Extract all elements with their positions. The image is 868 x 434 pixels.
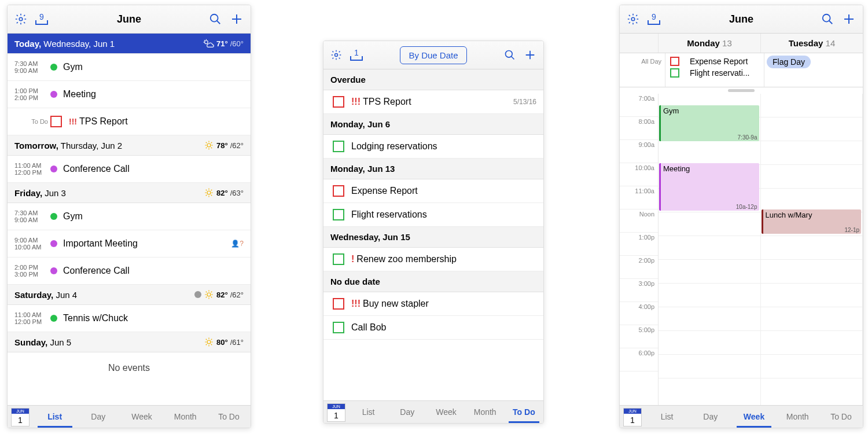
tab-day[interactable]: Day	[76, 406, 120, 428]
todo-row[interactable]: Call Bob	[323, 316, 543, 340]
tab-week[interactable]: Week	[120, 406, 163, 428]
svg-point-2	[205, 41, 208, 44]
day-header[interactable]: Today, Wednesday, Jun 171°/60°	[8, 34, 251, 54]
hour-label: 2:00p	[620, 256, 658, 279]
calendar-event[interactable]: Meeting10a-12p	[659, 163, 759, 211]
checkbox-icon[interactable]	[670, 68, 679, 78]
svg-point-6	[207, 340, 211, 344]
hour-label: 1:00p	[620, 233, 658, 256]
checkbox-icon[interactable]	[333, 141, 344, 152]
event-row[interactable]: 1:00 PM2:00 PMMeeting	[8, 81, 251, 108]
event-row[interactable]: 11:00 AM12:00 PMTennis w/Chuck	[8, 305, 251, 332]
day-header[interactable]: Tomorrow, Thursday, Jun 278°/62°	[8, 135, 251, 156]
tab-day[interactable]: Day	[689, 406, 732, 428]
svg-point-4	[207, 191, 211, 194]
add-icon[interactable]	[842, 12, 856, 26]
no-events-label: No events	[8, 352, 251, 384]
checkbox-icon[interactable]	[333, 209, 344, 220]
group-header: Overdue	[323, 69, 543, 90]
drag-handle-icon[interactable]	[728, 89, 755, 92]
tab-month[interactable]: Month	[164, 406, 207, 428]
todo-row[interactable]: Expense Report	[323, 179, 543, 203]
calendar-event[interactable]: Lunch w/Mary12-1p	[762, 209, 862, 234]
event-row[interactable]: 7:30 AM9:00 AMGym	[8, 54, 251, 81]
calendar-dot-icon	[50, 315, 57, 322]
invitee-icon: 👤?	[231, 240, 244, 248]
weekday-header[interactable]: Tuesday 14	[760, 34, 863, 53]
tab-day[interactable]: Day	[388, 401, 426, 423]
event-row[interactable]: 7:30 AM9:00 AMGym	[8, 203, 251, 230]
hour-label: 10:00a	[620, 163, 658, 186]
svg-point-9	[631, 17, 635, 21]
calendar-dot-icon	[50, 91, 57, 98]
todo-row[interactable]: Flight reservations	[323, 203, 543, 227]
calendar-dot-icon	[50, 240, 57, 247]
gear-icon[interactable]	[627, 13, 639, 25]
todo-row[interactable]: To Do!!!TPS Report	[8, 108, 251, 135]
tab-list[interactable]: List	[349, 401, 388, 423]
allday-todo[interactable]: Expense Report	[668, 56, 762, 67]
tab-month[interactable]: Month	[776, 406, 819, 428]
tab-list[interactable]: List	[33, 406, 76, 428]
allday-todo[interactable]: Flight reservati...	[668, 67, 762, 79]
event-row[interactable]: 2:00 PM3:00 PMConference Call	[8, 258, 251, 285]
today-icon[interactable]: JUN1	[623, 408, 642, 426]
inbox-icon[interactable]: 9	[35, 14, 48, 25]
gear-icon[interactable]	[330, 49, 342, 61]
today-icon[interactable]: JUN1	[327, 403, 345, 422]
svg-point-10	[823, 14, 830, 22]
calendar-dot-icon	[50, 64, 57, 71]
gear-icon[interactable]	[14, 13, 27, 25]
calendar-dot-icon	[50, 165, 57, 172]
search-icon[interactable]	[504, 49, 516, 61]
today-icon[interactable]: JUN1	[11, 408, 30, 426]
group-header: No due date	[323, 271, 543, 292]
tab-list[interactable]: List	[645, 406, 689, 428]
search-icon[interactable]	[821, 13, 834, 25]
checkbox-icon[interactable]	[333, 96, 344, 108]
todo-row[interactable]: !!! Buy new stapler	[323, 292, 543, 316]
inbox-icon[interactable]: 9	[648, 14, 660, 25]
checkbox-icon[interactable]	[333, 322, 344, 333]
add-icon[interactable]	[524, 49, 536, 61]
tab-month[interactable]: Month	[466, 401, 505, 423]
svg-point-5	[207, 293, 211, 296]
svg-point-3	[207, 144, 211, 147]
add-icon[interactable]	[230, 12, 244, 26]
tab-week[interactable]: Week	[732, 406, 775, 428]
group-header: Wednesday, Jun 15	[323, 227, 543, 248]
tab-todo[interactable]: To Do	[207, 406, 251, 428]
tab-week[interactable]: Week	[426, 401, 465, 423]
checkbox-icon[interactable]	[333, 298, 344, 310]
todo-row[interactable]: ! Renew zoo membership	[323, 248, 543, 271]
hour-label: 5:00p	[620, 325, 658, 348]
checkbox-icon[interactable]	[50, 116, 62, 127]
event-row[interactable]: 11:00 AM12:00 PMConference Call	[8, 156, 251, 183]
svg-point-0	[19, 17, 23, 21]
day-header[interactable]: Friday, Jun 382°/63°	[8, 183, 251, 203]
weekday-header[interactable]: Monday 13	[658, 34, 760, 53]
hour-label: Noon	[620, 209, 658, 233]
inbox-icon[interactable]: 1	[350, 50, 363, 61]
day-header[interactable]: Saturday, Jun 4 82°/62°	[8, 285, 251, 305]
todo-row[interactable]: Lodging reservations	[323, 135, 543, 159]
hour-label: 8:00a	[620, 117, 658, 140]
todo-row[interactable]: !!! TPS Report5/13/16	[323, 90, 543, 114]
tab-todo[interactable]: To Do	[505, 401, 543, 423]
tab-todo[interactable]: To Do	[819, 406, 863, 428]
calendar-event[interactable]: Gym7:30-9a	[659, 105, 759, 141]
sort-button[interactable]: By Due Date	[400, 46, 466, 64]
checkbox-icon[interactable]	[670, 57, 679, 66]
day-header[interactable]: Sunday, Jun 580°/61°	[8, 332, 251, 352]
svg-point-1	[211, 14, 218, 22]
hour-label: 6:00p	[620, 348, 658, 372]
checkbox-icon[interactable]	[333, 185, 344, 197]
svg-point-7	[335, 54, 338, 57]
search-icon[interactable]	[209, 13, 222, 25]
hour-label: 11:00a	[620, 186, 658, 209]
checkbox-icon[interactable]	[333, 253, 344, 265]
hour-label: 7:00a	[620, 94, 658, 117]
event-row[interactable]: 9:00 AM10:00 AMImportant Meeting👤?	[8, 230, 251, 258]
group-header: Monday, Jun 6	[323, 114, 543, 135]
allday-event[interactable]: Flag Day	[767, 56, 811, 68]
